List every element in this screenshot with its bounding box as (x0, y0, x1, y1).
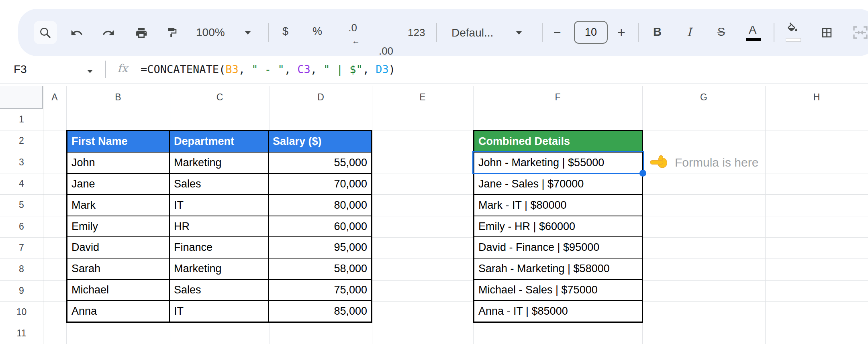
cell[interactable]: 70,000 (269, 174, 371, 194)
fill-color-bar (786, 38, 801, 42)
cell[interactable]: Sarah (67, 259, 170, 279)
font-select[interactable]: Defaul... (451, 26, 493, 39)
decrease-decimal-button[interactable]: .0 ← (340, 21, 366, 44)
strikethrough-button[interactable]: S (717, 25, 725, 39)
cell[interactable]: 85,000 (269, 301, 371, 322)
cell[interactable]: Emily - HR | $60000 (474, 216, 642, 237)
cell[interactable]: Sarah - Marketing | $58000 (474, 259, 642, 279)
header-cell[interactable]: Combined Details (474, 131, 642, 152)
percent-format-button[interactable]: % (312, 25, 322, 38)
select-all-corner[interactable] (0, 86, 43, 109)
print-icon[interactable] (135, 26, 148, 39)
table-row: Michael - Sales | $75000 (474, 280, 642, 301)
toolbar-divider (436, 23, 437, 42)
row-header-4[interactable]: 4 (0, 173, 43, 194)
header-cell[interactable]: Salary ($) (269, 131, 371, 152)
header-cell[interactable]: First Name (67, 131, 170, 152)
font-caret-icon[interactable] (515, 31, 523, 35)
cell[interactable]: Anna - IT | $85000 (474, 301, 642, 322)
table-row: Sarah - Marketing | $58000 (474, 259, 642, 280)
search-icon[interactable] (39, 26, 51, 39)
paint-format-icon[interactable] (166, 26, 178, 39)
cell[interactable]: HR (170, 216, 269, 237)
row-header-1[interactable]: 1 (0, 109, 43, 130)
row-header-11[interactable]: 11 (0, 323, 43, 344)
annotation-text: Formula is here (675, 156, 758, 169)
increase-font-size-button[interactable]: + (617, 24, 625, 40)
undo-icon[interactable] (70, 26, 83, 39)
cell[interactable]: Mark (67, 195, 170, 216)
currency-format-button[interactable]: $ (282, 25, 288, 38)
font-size-input[interactable]: 10 (574, 21, 608, 44)
cell[interactable]: Michael - Sales | $75000 (474, 280, 642, 300)
cell[interactable]: 60,000 (269, 216, 371, 237)
cell[interactable]: Marketing (170, 153, 269, 173)
row-header-7[interactable]: 7 (0, 237, 43, 259)
zoom-caret-icon[interactable] (244, 31, 251, 35)
row-header-3[interactable]: 3 (0, 152, 43, 173)
column-header-b[interactable]: B (66, 86, 170, 109)
cell-f3[interactable]: John - Marketing | $55000 (474, 153, 642, 173)
cell[interactable]: John (67, 153, 170, 173)
table-header-row: Combined Details (474, 131, 642, 153)
column-header-h[interactable]: H (765, 86, 868, 109)
row-header-2[interactable]: 2 (0, 130, 43, 151)
borders-icon[interactable] (821, 26, 833, 39)
cell[interactable]: 58,000 (269, 259, 371, 279)
cell[interactable]: 55,000 (269, 153, 371, 173)
cell[interactable]: Mark - IT | $80000 (474, 195, 642, 216)
cell[interactable]: Finance (170, 237, 269, 258)
cell[interactable]: 75,000 (269, 280, 371, 300)
cell[interactable]: IT (170, 195, 269, 216)
more-formats-button[interactable]: 123 (408, 26, 425, 39)
text-color-button[interactable]: A (749, 23, 756, 37)
row-header-9[interactable]: 9 (0, 280, 43, 301)
table-row: DavidFinance95,000 (67, 237, 371, 259)
cell[interactable]: David - Finance | $95000 (474, 237, 642, 258)
italic-button[interactable]: I (687, 25, 691, 39)
cell[interactable]: IT (170, 301, 269, 322)
cell[interactable]: David (67, 237, 170, 258)
zoom-select[interactable]: 100% (196, 26, 225, 39)
fill-color-icon[interactable] (786, 22, 799, 33)
cell[interactable]: 95,000 (269, 237, 371, 258)
formula-bar: F3 fx =CONCATENATE(B3, " - ", C3, " | $"… (0, 56, 868, 83)
toolbar-divider (268, 23, 269, 42)
column-header-a[interactable]: A (43, 86, 66, 109)
column-header-e[interactable]: E (372, 86, 473, 109)
cell[interactable]: Jane - Sales | $70000 (474, 174, 642, 194)
column-header-f[interactable]: F (473, 86, 642, 109)
column-header-g[interactable]: G (642, 86, 765, 109)
header-cell[interactable]: Department (170, 131, 269, 152)
column-header-d[interactable]: D (270, 86, 372, 109)
redo-icon[interactable] (102, 26, 115, 39)
row-header-5[interactable]: 5 (0, 194, 43, 216)
cell[interactable]: Michael (67, 280, 170, 300)
cell[interactable]: Anna (67, 301, 170, 322)
cell[interactable]: 80,000 (269, 195, 371, 216)
toolbar-divider (542, 23, 543, 42)
name-box[interactable]: F3 (14, 63, 27, 76)
cell[interactable]: Marketing (170, 259, 269, 279)
text-color-bar (746, 38, 761, 41)
cell[interactable]: Sales (170, 280, 269, 300)
formula-input[interactable]: =CONCATENATE(B3, " - ", C3, " | $", D3) (141, 63, 395, 75)
formula-bar-divider (105, 61, 106, 78)
table-header-row: First Name Department Salary ($) (67, 131, 371, 153)
table-row: SarahMarketing58,000 (67, 259, 371, 280)
cell[interactable]: Emily (67, 216, 170, 237)
table-row: MarkIT80,000 (67, 195, 371, 216)
name-box-caret-icon[interactable] (87, 68, 93, 75)
decrease-font-size-button[interactable]: − (553, 25, 561, 40)
row-header-10[interactable]: 10 (0, 301, 43, 323)
cell[interactable]: Jane (67, 174, 170, 194)
fill-handle[interactable] (639, 170, 646, 177)
row-header-8[interactable]: 8 (0, 259, 43, 280)
cell[interactable]: Sales (170, 174, 269, 194)
pointing-left-hand-icon (650, 155, 668, 171)
bold-button[interactable]: B (653, 25, 662, 39)
row-header-6[interactable]: 6 (0, 216, 43, 237)
column-header-c[interactable]: C (170, 86, 270, 109)
table-row: AnnaIT85,000 (67, 301, 371, 322)
merge-cells-icon[interactable] (852, 26, 868, 39)
